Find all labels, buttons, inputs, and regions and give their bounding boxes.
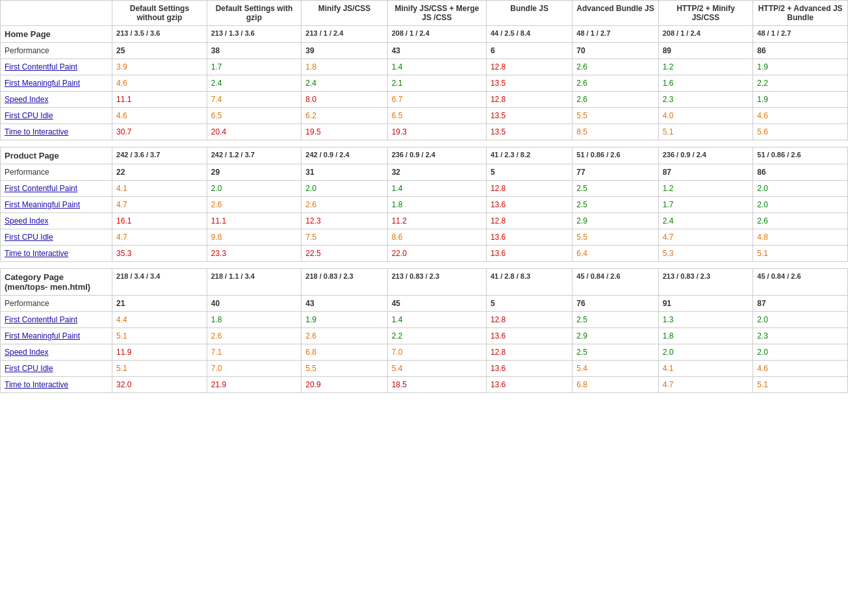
tti-row-0: Time to Interactive30.720.419.519.313.58… (1, 124, 848, 140)
tti-value-2-2: 20.9 (302, 377, 387, 393)
section-header-1: Product Page242 / 3.6 / 3.7242 / 1.2 / 3… (1, 148, 848, 164)
performance-value-0-5: 70 (572, 43, 658, 59)
si-value-1-4: 12.8 (486, 213, 572, 229)
fmp-value-0-4: 13.5 (486, 75, 572, 92)
si-value-1-1: 11.1 (207, 213, 302, 229)
fci-value-0-0: 4.6 (112, 108, 207, 124)
si-value-0-1: 7.4 (207, 92, 302, 108)
performance-value-0-6: 89 (658, 43, 753, 59)
si-value-1-6: 2.4 (658, 213, 753, 229)
fcp-value-1-0: 4.1 (112, 181, 207, 197)
section-header-0: Home Page213 / 3.5 / 3.6213 / 1.3 / 3.62… (1, 26, 848, 43)
si-label-0[interactable]: Speed Index (1, 92, 112, 108)
fmp-row-2: First Meaningful Paint5.12.62.62.213.62.… (1, 328, 848, 344)
col-header-5: Bundle JS (486, 1, 572, 26)
fci-value-0-3: 6.5 (387, 108, 486, 124)
fcp-value-0-7: 1.9 (753, 59, 848, 75)
section-requests-2-7: 45 / 0.84 / 2.6 (753, 269, 848, 296)
fci-label-0[interactable]: First CPU Idle (1, 108, 112, 124)
header-row: Default Settings without gzip Default Se… (1, 1, 848, 26)
si-value-1-7: 2.6 (753, 213, 848, 229)
section-requests-1-5: 51 / 0.86 / 2.6 (572, 148, 658, 164)
fci-row-1: First CPU Idle4.79.87.58.613.65.54.74.8 (1, 229, 848, 246)
fmp-label-2[interactable]: First Meaningful Paint (1, 328, 112, 344)
performance-value-2-5: 76 (572, 296, 658, 312)
si-value-0-7: 1.9 (753, 92, 848, 108)
fmp-label-0[interactable]: First Meaningful Paint (1, 75, 112, 92)
performance-value-2-1: 40 (207, 296, 302, 312)
fmp-value-2-3: 2.2 (387, 328, 486, 344)
fcp-label-2[interactable]: First Contentful Paint (1, 312, 112, 328)
si-row-2: Speed Index11.97.16.87.012.82.52.02.0 (1, 344, 848, 361)
fcp-value-2-5: 2.5 (572, 312, 658, 328)
performance-value-0-3: 43 (387, 43, 486, 59)
fcp-label-1[interactable]: First Contentful Paint (1, 181, 112, 197)
tti-value-0-5: 8.5 (572, 124, 658, 140)
si-value-2-5: 2.5 (572, 344, 658, 361)
performance-value-1-1: 29 (207, 164, 302, 181)
tti-value-1-7: 5.1 (753, 246, 848, 262)
tti-label-0[interactable]: Time to Interactive (1, 124, 112, 140)
fci-label-1[interactable]: First CPU Idle (1, 229, 112, 246)
fcp-value-1-6: 1.2 (658, 181, 753, 197)
fcp-value-1-2: 2.0 (302, 181, 387, 197)
fcp-value-2-7: 2.0 (753, 312, 848, 328)
section-requests-0-5: 48 / 1 / 2.7 (572, 26, 658, 43)
fcp-value-2-6: 1.3 (658, 312, 753, 328)
fci-value-0-7: 4.6 (753, 108, 848, 124)
col-header-7: HTTP/2 + Minify JS/CSS (658, 1, 753, 26)
performance-value-1-4: 5 (486, 164, 572, 181)
section-requests-1-6: 236 / 0.9 / 2.4 (658, 148, 753, 164)
si-value-0-4: 12.8 (486, 92, 572, 108)
tti-value-2-1: 21.9 (207, 377, 302, 393)
section-requests-0-1: 213 / 1.3 / 3.6 (207, 26, 302, 43)
tti-value-0-3: 19.3 (387, 124, 486, 140)
si-label-2[interactable]: Speed Index (1, 344, 112, 361)
fci-value-1-6: 4.7 (658, 229, 753, 246)
fci-value-1-1: 9.8 (207, 229, 302, 246)
section-requests-0-3: 208 / 1 / 2.4 (387, 26, 486, 43)
fmp-value-2-5: 2.9 (572, 328, 658, 344)
si-value-1-5: 2.9 (572, 213, 658, 229)
fcp-value-2-4: 12.8 (486, 312, 572, 328)
section-requests-1-4: 41 / 2.3 / 8.2 (486, 148, 572, 164)
fci-value-2-4: 13.6 (486, 361, 572, 377)
tti-row-2: Time to Interactive32.021.920.918.513.66… (1, 377, 848, 393)
si-value-2-7: 2.0 (753, 344, 848, 361)
section-requests-1-2: 242 / 0.9 / 2.4 (302, 148, 387, 164)
tti-value-2-6: 4.7 (658, 377, 753, 393)
fcp-label-0[interactable]: First Contentful Paint (1, 59, 112, 75)
section-header-2: Category Page (men/tops- men.html)218 / … (1, 269, 848, 296)
fmp-value-1-3: 1.8 (387, 197, 486, 213)
fcp-value-1-7: 2.0 (753, 181, 848, 197)
fmp-label-1[interactable]: First Meaningful Paint (1, 197, 112, 213)
tti-value-0-6: 5.1 (658, 124, 753, 140)
si-value-0-2: 8.0 (302, 92, 387, 108)
tti-label-1[interactable]: Time to Interactive (1, 246, 112, 262)
performance-value-1-7: 86 (753, 164, 848, 181)
fcp-value-2-0: 4.4 (112, 312, 207, 328)
tti-label-2[interactable]: Time to Interactive (1, 377, 112, 393)
fmp-value-1-7: 2.0 (753, 197, 848, 213)
fci-label-2[interactable]: First CPU Idle (1, 361, 112, 377)
fci-value-2-1: 7.0 (207, 361, 302, 377)
fci-value-2-3: 5.4 (387, 361, 486, 377)
si-value-2-1: 7.1 (207, 344, 302, 361)
section-requests-2-4: 41 / 2.8 / 8.3 (486, 269, 572, 296)
si-row-1: Speed Index16.111.112.311.212.82.92.42.6 (1, 213, 848, 229)
performance-value-0-2: 39 (302, 43, 387, 59)
performance-label-0: Performance (1, 43, 112, 59)
tti-value-2-0: 32.0 (112, 377, 207, 393)
fmp-value-2-0: 5.1 (112, 328, 207, 344)
tti-row-1: Time to Interactive35.323.322.522.013.66… (1, 246, 848, 262)
si-label-1[interactable]: Speed Index (1, 213, 112, 229)
fci-value-0-1: 6.5 (207, 108, 302, 124)
col-header-3: Minify JS/CSS (302, 1, 387, 26)
si-value-1-0: 16.1 (112, 213, 207, 229)
fmp-row-0: First Meaningful Paint4.62.42.42.113.52.… (1, 75, 848, 92)
si-value-2-6: 2.0 (658, 344, 753, 361)
section-name-2: Category Page (men/tops- men.html) (1, 269, 112, 296)
fci-value-1-0: 4.7 (112, 229, 207, 246)
performance-value-0-4: 6 (486, 43, 572, 59)
performance-value-2-7: 87 (753, 296, 848, 312)
